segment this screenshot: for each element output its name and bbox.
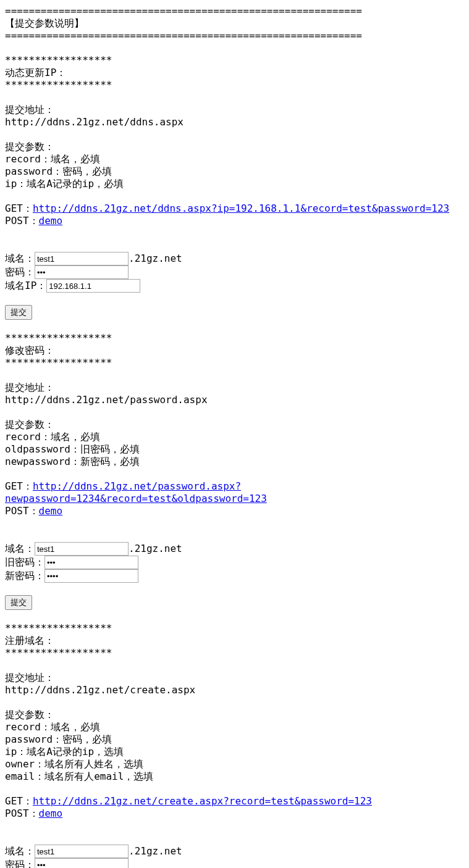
password-input[interactable] [35,858,129,868]
section3-demo-link[interactable]: demo [39,807,63,819]
post-label: POST： [5,807,39,819]
section3-addr: http://ddns.21gz.net/create.aspx [5,684,469,696]
domain-label: 域名： [5,845,35,858]
section1-get-link[interactable]: http://ddns.21gz.net/ddns.aspx?ip=192.16… [33,202,449,214]
domain-label: 域名： [5,252,35,265]
post-label: POST： [5,215,39,227]
section1-param: password：密码，必填 [5,165,469,178]
old-password-input[interactable] [44,556,138,569]
section-stars: ****************** [5,54,469,67]
get-label: GET： [5,202,33,214]
submit-button[interactable]: 提交 [5,595,32,610]
domain-suffix: .21gz.net [129,845,182,857]
get-label: GET： [5,795,33,807]
domain-suffix: .21gz.net [129,252,182,264]
submit-params-label: 提交参数： [5,709,469,721]
section1-demo-link[interactable]: demo [39,215,63,227]
section3-param: owner：域名所有人姓名，选填 [5,758,469,770]
submit-addr-label: 提交地址： [5,104,469,116]
submit-addr-label: 提交地址： [5,672,469,684]
section-stars: ****************** [5,332,469,344]
section3-param: email：域名所有人email，选填 [5,770,469,783]
section2-get-link[interactable]: http://ddns.21gz.net/password.aspx?newpa… [5,480,267,504]
get-label: GET： [5,480,33,492]
ip-input[interactable] [46,279,140,293]
section2-param: record：域名，必填 [5,431,469,443]
domain-suffix: .21gz.net [129,543,182,554]
submit-params-label: 提交参数： [5,141,469,153]
password-input[interactable] [35,265,129,279]
section2-param: newpassword：新密码，必填 [5,456,469,468]
old-password-label: 旧密码： [5,556,44,569]
section3-param: record：域名，必填 [5,721,469,733]
ip-label: 域名IP： [5,280,46,292]
section2-param: oldpassword：旧密码，必填 [5,443,469,456]
page-title: 【提交参数说明】 [5,17,469,30]
header-rule-top: ========================================… [5,5,469,17]
section2-title: 修改密码： [5,344,469,357]
section1-addr: http://ddns.21gz.net/ddns.aspx [5,116,469,128]
section3-get-link[interactable]: http://ddns.21gz.net/create.aspx?record=… [33,795,372,807]
section-stars: ****************** [5,622,469,635]
new-password-input[interactable] [44,569,138,583]
section1-param: ip：域名A记录的ip，必填 [5,178,469,190]
post-label: POST： [5,505,39,517]
submit-button[interactable]: 提交 [5,305,32,320]
submit-params-label: 提交参数： [5,419,469,431]
password-label: 密码： [5,859,35,869]
header-rule-bottom: ========================================… [5,30,469,42]
password-label: 密码： [5,266,35,278]
section3-title: 注册域名： [5,635,469,647]
section1-param: record：域名，必填 [5,153,469,165]
new-password-label: 新密码： [5,570,44,582]
domain-input[interactable] [35,252,129,265]
section2-addr: http://ddns.21gz.net/password.aspx [5,394,469,406]
section3-param: ip：域名A记录的ip，选填 [5,746,469,758]
section2-demo-link[interactable]: demo [39,505,63,517]
section3-param: password：密码，必填 [5,733,469,746]
section-stars: ****************** [5,357,469,369]
domain-input[interactable] [35,845,129,858]
domain-input[interactable] [35,542,129,556]
submit-addr-label: 提交地址： [5,382,469,394]
domain-label: 域名： [5,543,35,555]
section-stars: ****************** [5,647,469,659]
section1-title: 动态更新IP： [5,67,469,79]
section-stars: ****************** [5,79,469,91]
